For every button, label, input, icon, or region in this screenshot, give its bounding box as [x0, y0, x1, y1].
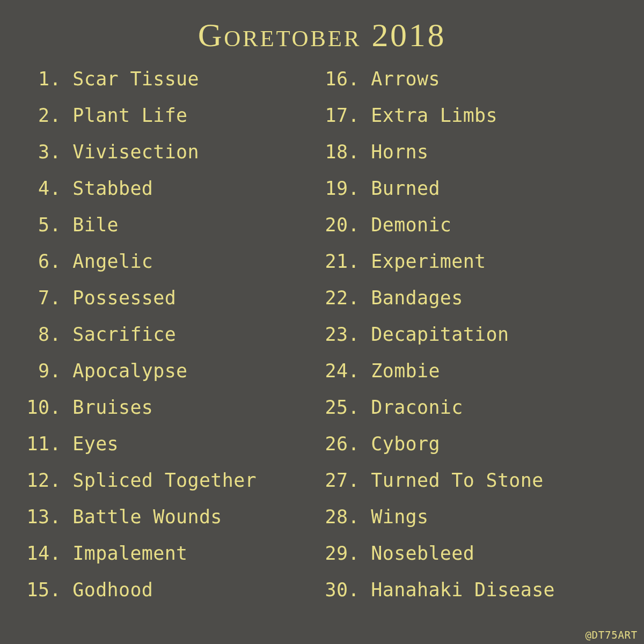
- item-separator: .: [49, 324, 72, 345]
- item-number: 10: [24, 398, 49, 417]
- item-label: Sacrifice: [72, 324, 176, 345]
- item-separator: .: [348, 397, 371, 418]
- item-number: 1: [24, 70, 49, 89]
- item-number: 15: [24, 581, 49, 599]
- list-item: 12. Spliced Together: [24, 462, 322, 499]
- item-label: Apocalypse: [72, 360, 187, 382]
- list-item: 9. Apocalypse: [24, 353, 322, 389]
- item-separator: .: [49, 287, 72, 309]
- item-number: 11: [24, 435, 49, 453]
- prompt-column-right: 16. Arrows17. Extra Limbs18. Horns19. Bu…: [322, 61, 620, 608]
- item-label: Angelic: [72, 251, 153, 272]
- item-number: 13: [24, 508, 49, 526]
- list-item: 28. Wings: [322, 499, 620, 535]
- list-item: 4. Stabbed: [24, 170, 322, 207]
- item-separator: .: [348, 506, 371, 528]
- item-separator: .: [49, 397, 72, 418]
- list-item: 22. Bandages: [322, 280, 620, 316]
- item-number: 4: [24, 179, 49, 198]
- item-number: 5: [24, 216, 49, 235]
- item-number: 2: [24, 106, 49, 125]
- item-number: 9: [24, 362, 49, 380]
- item-number: 22: [322, 289, 348, 308]
- item-label: Draconic: [371, 397, 463, 418]
- item-separator: .: [49, 360, 72, 382]
- item-label: Turned To Stone: [371, 470, 543, 491]
- item-separator: .: [49, 68, 72, 90]
- item-number: 21: [322, 252, 348, 271]
- item-separator: .: [348, 579, 371, 601]
- item-separator: .: [348, 433, 371, 455]
- item-separator: .: [348, 287, 371, 309]
- item-number: 30: [322, 581, 348, 599]
- list-item: 27. Turned To Stone: [322, 462, 620, 499]
- item-label: Experiment: [371, 251, 486, 272]
- list-item: 8. Sacrifice: [24, 316, 322, 353]
- item-separator: .: [49, 470, 72, 491]
- item-label: Godhood: [72, 579, 153, 601]
- item-label: Hanahaki Disease: [371, 579, 555, 601]
- item-label: Stabbed: [72, 178, 153, 199]
- item-label: Impalement: [72, 543, 187, 564]
- item-label: Cyborg: [371, 433, 440, 455]
- item-separator: .: [348, 105, 371, 126]
- item-separator: .: [49, 579, 72, 601]
- item-number: 24: [322, 362, 348, 380]
- item-label: Vivisection: [72, 141, 199, 163]
- item-separator: .: [49, 141, 72, 163]
- list-item: 3. Vivisection: [24, 134, 322, 170]
- list-item: 21. Experiment: [322, 243, 620, 280]
- list-item: 11. Eyes: [24, 426, 322, 462]
- item-number: 29: [322, 544, 348, 563]
- item-label: Scar Tissue: [72, 68, 199, 90]
- item-label: Plant Life: [72, 105, 187, 126]
- item-separator: .: [348, 360, 371, 382]
- item-label: Zombie: [371, 360, 440, 382]
- item-label: Bile: [72, 214, 119, 236]
- list-item: 19. Burned: [322, 170, 620, 207]
- item-separator: .: [348, 251, 371, 272]
- list-item: 26. Cyborg: [322, 426, 620, 462]
- list-item: 29. Nosebleed: [322, 535, 620, 572]
- list-item: 20. Demonic: [322, 207, 620, 243]
- list-item: 2. Plant Life: [24, 97, 322, 134]
- item-separator: .: [348, 470, 371, 491]
- item-number: 18: [322, 143, 348, 162]
- item-number: 6: [24, 252, 49, 271]
- item-label: Nosebleed: [371, 543, 474, 564]
- list-item: 24. Zombie: [322, 353, 620, 389]
- item-label: Burned: [371, 178, 440, 199]
- list-item: 5. Bile: [24, 207, 322, 243]
- list-item: 1. Scar Tissue: [24, 61, 322, 97]
- item-number: 25: [322, 398, 348, 417]
- item-label: Bruises: [72, 397, 153, 418]
- list-item: 18. Horns: [322, 134, 620, 170]
- item-separator: .: [49, 214, 72, 236]
- item-number: 12: [24, 471, 49, 490]
- item-label: Extra Limbs: [371, 105, 497, 126]
- list-item: 7. Possessed: [24, 280, 322, 316]
- item-number: 19: [322, 179, 348, 198]
- list-item: 6. Angelic: [24, 243, 322, 280]
- item-number: 20: [322, 216, 348, 235]
- prompt-columns: 1. Scar Tissue2. Plant Life3. Vivisectio…: [0, 61, 644, 608]
- item-separator: .: [49, 105, 72, 126]
- list-item: 30. Hanahaki Disease: [322, 572, 620, 608]
- item-number: 26: [322, 435, 348, 453]
- prompt-column-left: 1. Scar Tissue2. Plant Life3. Vivisectio…: [24, 61, 322, 608]
- list-item: 14. Impalement: [24, 535, 322, 572]
- item-separator: .: [348, 68, 371, 90]
- artist-credit: @DT75ART: [585, 629, 638, 641]
- item-label: Decapitation: [371, 324, 509, 345]
- list-item: 13. Battle Wounds: [24, 499, 322, 535]
- item-number: 3: [24, 143, 49, 162]
- item-separator: .: [348, 324, 371, 345]
- list-item: 23. Decapitation: [322, 316, 620, 353]
- page-title: Goretober 2018: [0, 0, 644, 61]
- item-separator: .: [348, 141, 371, 163]
- item-separator: .: [348, 214, 371, 236]
- item-label: Eyes: [72, 433, 119, 455]
- item-separator: .: [49, 433, 72, 455]
- list-item: 10. Bruises: [24, 389, 322, 426]
- item-number: 16: [322, 70, 348, 89]
